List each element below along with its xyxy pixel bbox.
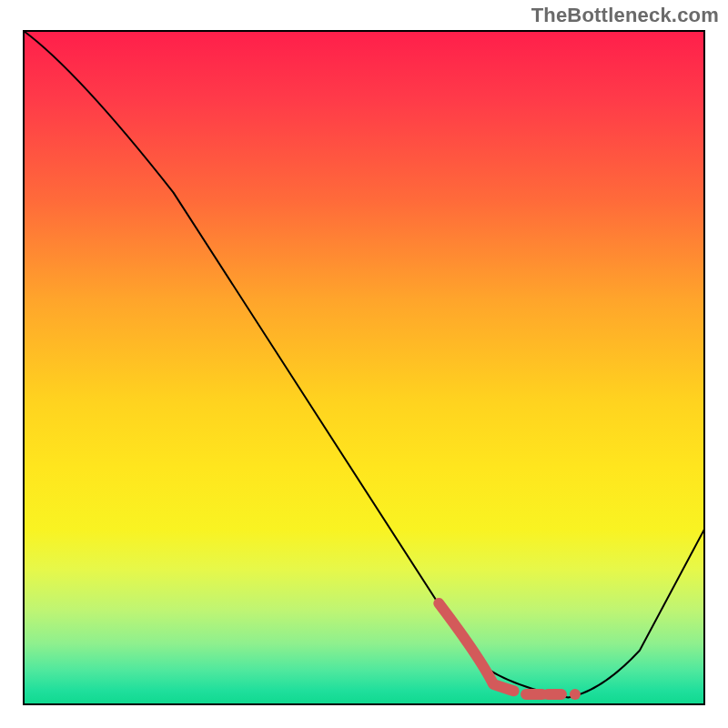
chart-svg xyxy=(24,31,704,704)
chart-container: TheBottleneck.com xyxy=(0,0,728,728)
watermark-text: TheBottleneck.com xyxy=(531,4,719,27)
bottleneck-curve xyxy=(24,31,704,698)
recommended-range-marker xyxy=(439,603,575,694)
plot-area xyxy=(24,31,704,704)
